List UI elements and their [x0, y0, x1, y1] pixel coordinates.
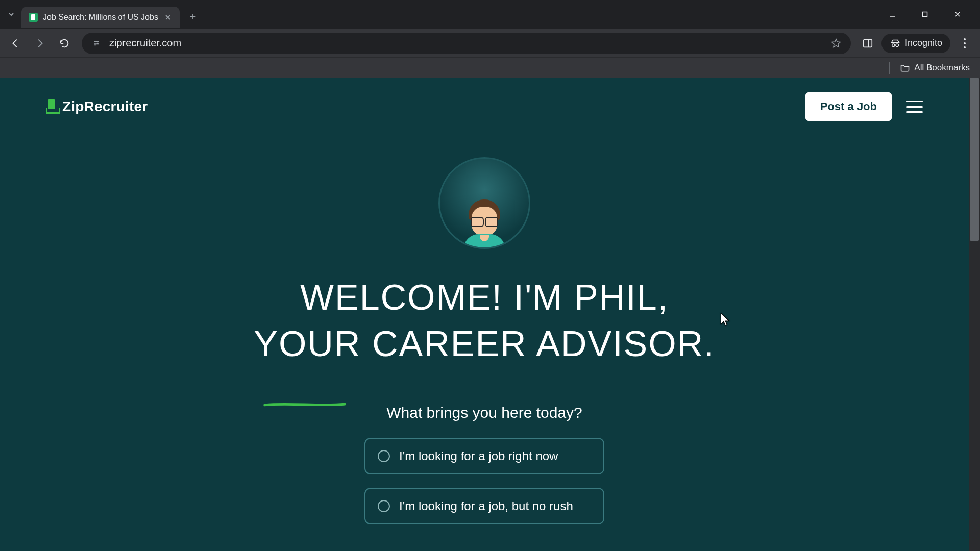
option-list: I'm looking for a job right now I'm look… — [364, 438, 604, 524]
menu-hamburger-icon[interactable] — [906, 101, 923, 113]
hero-prompt: What brings you here today? — [386, 404, 582, 421]
bookmark-star-icon[interactable] — [830, 38, 842, 49]
bookmarks-bar: All Bookmarks — [0, 57, 980, 78]
side-panel-icon[interactable] — [862, 38, 873, 49]
svg-point-7 — [964, 46, 966, 48]
logo-text: ZipRecruiter — [62, 98, 148, 115]
incognito-indicator[interactable]: Incognito — [881, 34, 950, 53]
tab-strip: Job Search: Millions of US Jobs + — [0, 0, 980, 29]
site-header: ZipRecruiter Post a Job — [0, 78, 969, 121]
all-bookmarks-button[interactable]: All Bookmarks — [900, 63, 970, 73]
svg-rect-0 — [923, 12, 927, 17]
logo-chair-icon — [46, 99, 57, 114]
close-tab-icon[interactable] — [163, 13, 173, 22]
tab-favicon-icon — [29, 13, 38, 22]
option-label: I'm looking for a job right now — [399, 449, 558, 463]
hero-section: WELCOME! I'M PHIL, YOUR CAREER ADVISOR. … — [0, 121, 969, 524]
headline-line2-rest: CAREER ADVISOR. — [361, 324, 715, 364]
folder-icon — [900, 63, 910, 73]
headline-line2-your: YOUR — [254, 324, 361, 364]
option-job-no-rush[interactable]: I'm looking for a job, but no rush — [364, 488, 604, 524]
header-actions: Post a Job — [805, 92, 923, 121]
all-bookmarks-label: All Bookmarks — [914, 63, 970, 73]
ziprecruiter-logo[interactable]: ZipRecruiter — [46, 98, 148, 115]
tab-search-dropdown[interactable] — [4, 7, 18, 21]
browser-window: Job Search: Millions of US Jobs + — [0, 0, 980, 551]
svg-point-5 — [964, 38, 966, 40]
post-job-button[interactable]: Post a Job — [805, 92, 892, 121]
green-underline-icon — [254, 371, 356, 375]
incognito-label: Incognito — [905, 38, 942, 48]
tab-title: Job Search: Millions of US Jobs — [43, 13, 158, 22]
page-content: ZipRecruiter Post a Job — [0, 78, 969, 551]
separator — [889, 62, 890, 74]
close-window-button[interactable] — [947, 4, 968, 24]
scrollbar-thumb[interactable] — [970, 78, 979, 241]
svg-point-1 — [94, 41, 96, 42]
reload-button[interactable] — [54, 33, 75, 54]
radio-icon — [378, 450, 390, 462]
browser-menu-button[interactable] — [954, 33, 975, 54]
svg-point-6 — [964, 42, 966, 44]
new-tab-button[interactable]: + — [184, 8, 202, 26]
headline-line1: WELCOME! I'M PHIL, — [300, 278, 669, 317]
svg-rect-4 — [864, 39, 872, 47]
window-controls — [882, 4, 976, 24]
minimize-button[interactable] — [882, 4, 902, 24]
browser-tab[interactable]: Job Search: Millions of US Jobs — [21, 7, 180, 28]
option-label: I'm looking for a job, but no rush — [399, 499, 573, 513]
phil-avatar — [438, 157, 530, 249]
forward-button[interactable] — [30, 33, 50, 54]
url-text: ziprecruiter.com — [109, 37, 823, 49]
site-settings-icon[interactable] — [91, 38, 102, 49]
hero-headline: WELCOME! I'M PHIL, YOUR CAREER ADVISOR. — [254, 274, 715, 367]
vertical-scrollbar[interactable]: ▲ — [969, 78, 980, 551]
svg-point-3 — [94, 44, 96, 46]
omnibox[interactable]: ziprecruiter.com — [82, 33, 851, 54]
svg-point-2 — [97, 42, 99, 44]
maximize-button[interactable] — [915, 4, 935, 24]
incognito-icon — [890, 38, 901, 49]
page-viewport: ZipRecruiter Post a Job — [0, 78, 980, 551]
option-job-now[interactable]: I'm looking for a job right now — [364, 438, 604, 474]
back-button[interactable] — [5, 33, 26, 54]
address-bar: ziprecruiter.com Incognito — [0, 29, 980, 57]
radio-icon — [378, 500, 390, 512]
